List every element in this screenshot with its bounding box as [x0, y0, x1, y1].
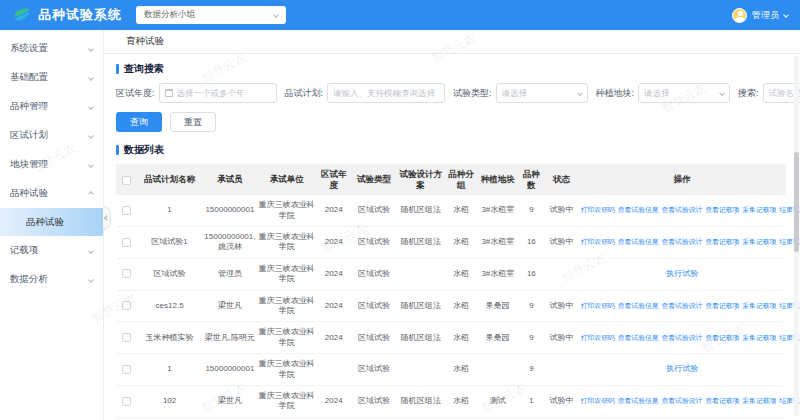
action-link[interactable]: 查看记载项	[705, 397, 739, 404]
action-link[interactable]: 查看记载项	[705, 334, 739, 341]
table-cell: 1	[518, 385, 545, 417]
input-control[interactable]	[327, 83, 445, 103]
sidebar-item-3[interactable]: 区试计划	[0, 121, 103, 150]
chevron-down-icon	[88, 133, 94, 139]
table-row: ces12.5梁世凡重庆三峡农业科学院2024区域试验随机区组法水稻果桑园9试验…	[116, 290, 786, 322]
action-link[interactable]: 采集记载项	[742, 206, 776, 213]
column-header: 承试单位	[257, 164, 317, 195]
execute-test-link[interactable]: 执行试验	[666, 364, 698, 373]
table-cell: 2024	[317, 258, 351, 290]
row-checkbox[interactable]	[122, 238, 131, 247]
user-menu[interactable]: 管理员	[732, 8, 788, 23]
table-cell: 15000000001	[203, 354, 257, 386]
action-link[interactable]: 查看试验设计	[662, 334, 703, 341]
reset-button[interactable]: 重置	[170, 112, 216, 132]
app-title: 品种试验系统	[38, 6, 122, 24]
input-control[interactable]	[159, 83, 277, 103]
action-link[interactable]: 采集记载项	[742, 238, 776, 245]
row-checkbox[interactable]	[122, 365, 131, 374]
sidebar-item-label: 品种管理	[10, 100, 48, 113]
table-cell: 梁世凡	[203, 290, 257, 322]
field-input[interactable]	[333, 88, 439, 98]
table-cell: 随机区组法	[397, 385, 444, 417]
action-link[interactable]: 查看试验信息	[618, 302, 659, 309]
tab-breeding-test[interactable]: 育种试验	[124, 31, 166, 53]
table-cell: 重庆三峡农业科学院	[257, 227, 317, 259]
field-input[interactable]	[177, 88, 271, 98]
column-header: 种植地块	[478, 164, 518, 195]
action-link[interactable]: 采集记载项	[742, 302, 776, 309]
sidebar-item-6[interactable]: 记载项	[0, 236, 103, 265]
table-cell: 果桑园	[478, 290, 518, 322]
search-section-title: 查询搜索	[124, 62, 164, 76]
team-select-dropdown[interactable]: 数据分析小组	[136, 6, 286, 24]
action-link[interactable]: 采集记载项	[742, 397, 776, 404]
field-label: 种植地块:	[596, 87, 635, 100]
sidebar-item-7[interactable]: 数据分析	[0, 265, 103, 294]
row-checkbox[interactable]	[122, 333, 131, 342]
scrollbar-track[interactable]	[794, 56, 799, 416]
search-section: 查询搜索 区试年度:品试计划:试验类型:种植地块:搜索: 查询 重置	[116, 62, 786, 132]
table-cell: 重庆三峡农业科学院	[257, 258, 317, 290]
table-cell: 试验中	[545, 195, 579, 226]
row-actions: 打印农研码查看试验信息查看试验设计查看记载项采集记载项结束试验	[578, 290, 786, 322]
row-checkbox[interactable]	[122, 397, 131, 406]
table-cell: 区域试验	[350, 322, 397, 354]
table-cell: 1	[136, 195, 203, 226]
row-checkbox[interactable]	[122, 301, 131, 310]
query-button[interactable]: 查询	[116, 112, 162, 132]
row-checkbox[interactable]	[122, 269, 131, 278]
table-cell: 梁世凡,陈明元	[203, 322, 257, 354]
row-checkbox[interactable]	[122, 206, 131, 215]
table-cell: 16	[518, 258, 545, 290]
sidebar-subitem-品种试验[interactable]: 品种试验	[0, 208, 103, 236]
row-actions: 打印农研码查看试验信息查看试验设计查看记载项采集记载项结束试验	[578, 385, 786, 417]
field-input[interactable]	[502, 88, 574, 98]
table-cell: 水稻	[444, 385, 478, 417]
action-link[interactable]: 查看记载项	[705, 238, 739, 245]
action-link[interactable]: 查看试验设计	[662, 206, 703, 213]
table-cell: 区域试验1	[136, 227, 203, 259]
table-row: 115000000001重庆三峡农业科学院2024区域试验随机区组法水稻3#水稻…	[116, 195, 786, 226]
table-cell	[545, 258, 579, 290]
scrollbar-thumb[interactable]	[794, 152, 799, 252]
sidebar-item-4[interactable]: 地块管理	[0, 150, 103, 179]
action-link[interactable]: 采集记载项	[742, 334, 776, 341]
field-input[interactable]	[644, 88, 716, 98]
user-name: 管理员	[752, 9, 779, 22]
action-link[interactable]: 查看试验设计	[662, 397, 703, 404]
sidebar-item-0[interactable]: 系统设置	[0, 34, 103, 63]
table-cell: 玉米种植实验	[136, 322, 203, 354]
action-link[interactable]: 查看试验设计	[662, 302, 703, 309]
action-link[interactable]: 查看记载项	[705, 206, 739, 213]
select-control[interactable]	[638, 83, 730, 103]
action-link[interactable]: 查看试验信息	[618, 334, 659, 341]
action-link[interactable]: 打印农研码	[581, 302, 615, 309]
select-control[interactable]	[496, 83, 588, 103]
action-link[interactable]: 打印农研码	[581, 206, 615, 213]
sidebar-item-1[interactable]: 基础配置	[0, 63, 103, 92]
select-all-checkbox[interactable]	[122, 176, 131, 185]
action-link[interactable]: 打印农研码	[581, 397, 615, 404]
action-link[interactable]: 打印农研码	[581, 334, 615, 341]
action-link[interactable]: 查看试验信息	[618, 238, 659, 245]
action-link[interactable]: 查看试验信息	[618, 397, 659, 404]
column-header: 品种分组	[444, 164, 478, 195]
chevron-up-icon	[88, 191, 94, 197]
sidebar: 系统设置基础配置品种管理区试计划地块管理品种试验品种试验记载项数据分析	[0, 30, 104, 420]
table-cell: 梁世凡	[203, 385, 257, 417]
chevron-down-icon	[88, 75, 94, 81]
table-cell: 水稻	[444, 290, 478, 322]
field-label: 试验类型:	[453, 87, 492, 100]
table-cell: 水稻	[444, 227, 478, 259]
sidebar-item-label: 记载项	[10, 244, 39, 257]
table-cell	[397, 258, 444, 290]
action-link[interactable]: 查看试验信息	[618, 206, 659, 213]
table-row: 区域试验管理员重庆三峡农业科学院2024区域试验水稻3#水稻室16执行试验	[116, 258, 786, 290]
action-link[interactable]: 打印农研码	[581, 238, 615, 245]
sidebar-item-2[interactable]: 品种管理	[0, 92, 103, 121]
action-link[interactable]: 查看记载项	[705, 302, 739, 309]
execute-test-link[interactable]: 执行试验	[666, 269, 698, 278]
sidebar-item-5[interactable]: 品种试验	[0, 179, 103, 208]
action-link[interactable]: 查看试验设计	[662, 238, 703, 245]
